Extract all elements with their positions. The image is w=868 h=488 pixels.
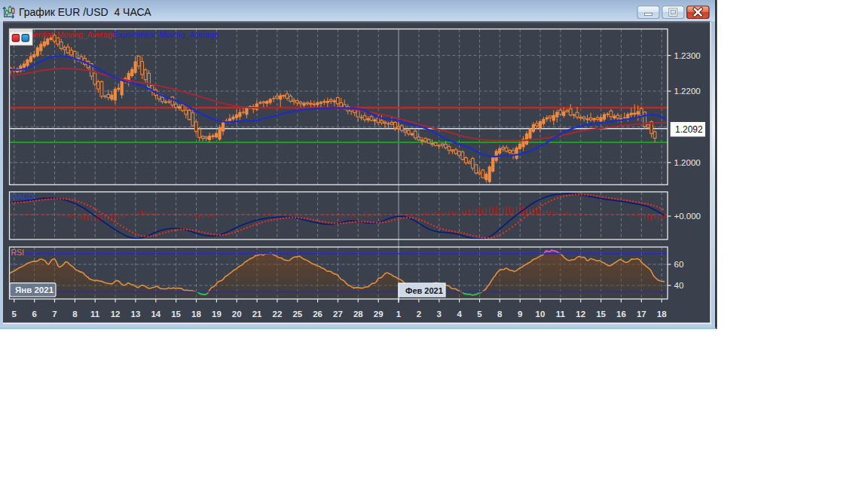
svg-text:8: 8 bbox=[72, 310, 78, 319]
svg-text:1: 1 bbox=[396, 310, 402, 319]
svg-text:8: 8 bbox=[497, 310, 503, 319]
svg-text:1.2200: 1.2200 bbox=[674, 87, 701, 96]
svg-text:18: 18 bbox=[657, 310, 667, 319]
svg-text:MACD: MACD bbox=[11, 192, 35, 201]
svg-text:Exponential_Moving_Average: Exponential_Moving_Average bbox=[114, 30, 219, 39]
svg-text:40: 40 bbox=[674, 281, 684, 290]
svg-text:29: 29 bbox=[374, 310, 384, 319]
svg-text:15: 15 bbox=[596, 310, 606, 319]
svg-text:3: 3 bbox=[437, 310, 442, 319]
svg-text:12: 12 bbox=[576, 310, 585, 319]
svg-text:22: 22 bbox=[273, 310, 283, 319]
svg-text:1.2000: 1.2000 bbox=[674, 158, 701, 167]
svg-text:13: 13 bbox=[131, 310, 141, 319]
svg-text:4: 4 bbox=[457, 310, 462, 319]
svg-text:28: 28 bbox=[353, 310, 363, 319]
svg-text:19: 19 bbox=[212, 310, 222, 319]
svg-text:2: 2 bbox=[417, 310, 421, 319]
svg-text:9: 9 bbox=[518, 310, 522, 319]
svg-text:18: 18 bbox=[191, 310, 201, 319]
svg-text:6: 6 bbox=[32, 310, 36, 319]
svg-text:10: 10 bbox=[536, 310, 546, 319]
svg-text:17: 17 bbox=[637, 310, 646, 319]
svg-text:20: 20 bbox=[232, 310, 242, 319]
svg-text:27: 27 bbox=[333, 310, 343, 319]
svg-text:1.2092: 1.2092 bbox=[675, 124, 703, 135]
svg-text:15: 15 bbox=[171, 310, 181, 319]
svg-text:RSI: RSI bbox=[11, 248, 25, 257]
svg-text:Янв 2021: Янв 2021 bbox=[15, 285, 54, 294]
svg-text:5: 5 bbox=[477, 310, 482, 319]
svg-text:16: 16 bbox=[616, 310, 626, 319]
svg-text:Фев 2021: Фев 2021 bbox=[405, 286, 443, 295]
svg-text:12: 12 bbox=[111, 310, 121, 319]
svg-text:60: 60 bbox=[674, 260, 684, 269]
svg-text:График EUR /USD 4 ЧАСА: График EUR /USD 4 ЧАСА bbox=[19, 6, 151, 18]
svg-text:25: 25 bbox=[292, 310, 302, 319]
svg-text:+0.000: +0.000 bbox=[674, 212, 701, 221]
svg-text:11: 11 bbox=[90, 310, 100, 319]
svg-text:14: 14 bbox=[151, 310, 160, 319]
svg-text:7: 7 bbox=[52, 310, 57, 319]
svg-text:5: 5 bbox=[12, 310, 17, 319]
svg-text:21: 21 bbox=[252, 310, 262, 319]
svg-text:26: 26 bbox=[313, 310, 322, 319]
svg-text:1.2300: 1.2300 bbox=[674, 51, 701, 60]
svg-text:11: 11 bbox=[556, 310, 566, 319]
